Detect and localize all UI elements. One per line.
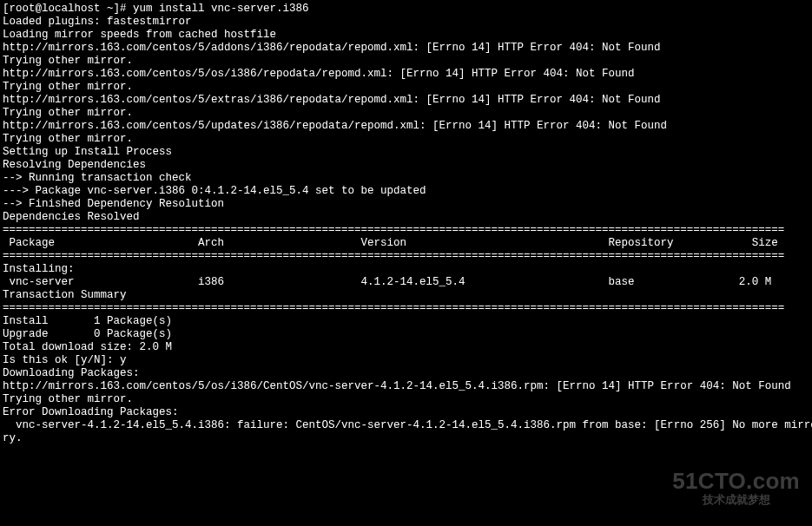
terminal-line: http://mirrors.163.com/centos/5/os/i386/… xyxy=(3,380,809,393)
terminal-line: Trying other mirror. xyxy=(3,81,809,94)
terminal-line: Error Downloading Packages: xyxy=(3,406,809,419)
terminal-line: ========================================… xyxy=(3,224,809,237)
terminal-line: Loading mirror speeds from cached hostfi… xyxy=(3,29,809,42)
terminal-line: Is this ok [y/N]: y xyxy=(3,354,809,367)
terminal-line: http://mirrors.163.com/centos/5/extras/i… xyxy=(3,94,809,107)
terminal-line: Transaction Summary xyxy=(3,289,809,302)
terminal-line: Trying other mirror. xyxy=(3,55,809,68)
terminal-line: Trying other mirror. xyxy=(3,133,809,146)
terminal-line: ---> Package vnc-server.i386 0:4.1.2-14.… xyxy=(3,185,809,198)
terminal-line: Downloading Packages: xyxy=(3,367,809,380)
watermark: 51CTO.com 技术成就梦想 xyxy=(672,468,800,507)
terminal-line: Trying other mirror. xyxy=(3,393,809,406)
terminal-output[interactable]: [root@localhost ~]# yum install vnc-serv… xyxy=(3,3,809,445)
terminal-line: Dependencies Resolved xyxy=(3,211,809,224)
terminal-line: Total download size: 2.0 M xyxy=(3,341,809,354)
terminal-line: Installing: xyxy=(3,263,809,276)
terminal-line: --> Finished Dependency Resolution xyxy=(3,198,809,211)
terminal-line: http://mirrors.163.com/centos/5/addons/i… xyxy=(3,42,809,55)
watermark-sub: 技术成就梦想 xyxy=(672,493,800,507)
terminal-line: Upgrade 0 Package(s) xyxy=(3,328,809,341)
terminal-line: --> Running transaction check xyxy=(3,172,809,185)
terminal-line: vnc-server-4.1.2-14.el5_5.4.i386: failur… xyxy=(3,419,809,432)
terminal-line: Trying other mirror. xyxy=(3,107,809,120)
watermark-main: 51CTO.com xyxy=(672,468,800,495)
terminal-line: ========================================… xyxy=(3,250,809,263)
terminal-line: http://mirrors.163.com/centos/5/os/i386/… xyxy=(3,68,809,81)
terminal-line: Package Arch Version Repository Size xyxy=(3,237,809,250)
terminal-line: ry. xyxy=(3,432,809,445)
terminal-line: Install 1 Package(s) xyxy=(3,315,809,328)
terminal-line: Loaded plugins: fastestmirror xyxy=(3,16,809,29)
terminal-line: Resolving Dependencies xyxy=(3,159,809,172)
terminal-line: http://mirrors.163.com/centos/5/updates/… xyxy=(3,120,809,133)
terminal-line: vnc-server i386 4.1.2-14.el5_5.4 base 2.… xyxy=(3,276,809,289)
terminal-line: Setting up Install Process xyxy=(3,146,809,159)
terminal-line: ========================================… xyxy=(3,302,809,315)
terminal-line: [root@localhost ~]# yum install vnc-serv… xyxy=(3,3,809,16)
